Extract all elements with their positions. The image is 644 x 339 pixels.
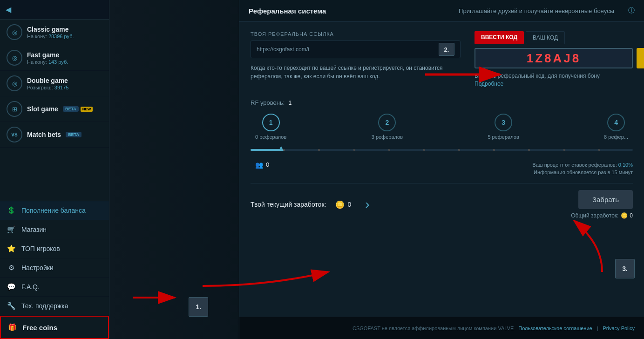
progress-indicator: ▲ — [277, 143, 285, 153]
modal-info-icon[interactable]: ⓘ — [628, 7, 635, 15]
total-earnings: Общий заработок: 🪙 0 — [571, 211, 633, 219]
slot-game-name: Slot game — [27, 105, 58, 113]
level-4-text: 8 рефер... — [604, 134, 628, 140]
slot-beta-badge: BETA — [63, 106, 79, 112]
support-icon: 🔧 — [7, 302, 16, 310]
tab-enter-code[interactable]: ВВЕСТИ КОД — [475, 31, 524, 44]
tab-your-code[interactable]: ВАШ КОД — [526, 31, 565, 44]
sidebar-nav: 💲 Пополнение баланса 🛒 Магазин ⭐ ТОП игр… — [0, 201, 109, 316]
code-input[interactable] — [475, 48, 633, 68]
classic-game-icon: ◎ — [7, 24, 22, 40]
footer-text: CSGOFAST не является аффилированным лицо… — [353, 325, 514, 331]
faq-label: F.A.Q. — [21, 283, 40, 291]
submit-code-button[interactable]: Ввести — [637, 48, 644, 68]
level-1: 1 0 рефералов — [255, 114, 286, 140]
top-icon: ⭐ — [7, 244, 16, 253]
levels-row: 1 0 рефералов 2 3 рефералов — [251, 114, 633, 140]
faq-icon: 💬 — [7, 283, 16, 291]
shop-icon: 🛒 — [7, 225, 16, 234]
classic-game-sub: На кону: 28396 руб. — [27, 34, 102, 39]
modal-panel: Реферальная система Приглашайте друзей и… — [239, 0, 644, 339]
top-label: ТОП игроков — [21, 245, 60, 252]
game-item-slot[interactable]: ⊞ Slot game BETA NEW — [0, 96, 109, 122]
percent-label: Ваш процент от ставок рефералов: — [532, 162, 618, 168]
ref-left: ТВОЯ РЕФЕРАЛЬНА ССЫЛКА https://csgofast.… — [251, 31, 461, 88]
footer: CSGOFAST не является аффилированным лицо… — [239, 317, 644, 339]
ref-desc: Когда кто-то переходит по вашей ссылке и… — [251, 64, 461, 81]
free-coins-item[interactable]: 🎁 Free coins — [0, 316, 109, 339]
game-list: ◎ Classic game На кону: 28396 руб. ◎ Fas… — [0, 20, 109, 201]
sidebar-item-deposit[interactable]: 💲 Пополнение баланса — [0, 201, 109, 220]
withdraw-button[interactable]: Забрать — [578, 190, 633, 209]
earnings-section: Твой текущий заработок: 🪙 0 › Забрать Об… — [251, 183, 633, 219]
game-item-double[interactable]: ◎ Double game Розыгрыш: 39175 — [0, 71, 109, 96]
double-game-name: Double game — [27, 77, 102, 84]
settings-icon: ⚙ — [7, 264, 16, 272]
code-hint-link[interactable]: Подробнее — [475, 81, 503, 87]
game-item-classic[interactable]: ◎ Classic game На кону: 28396 руб. — [0, 20, 109, 45]
progress-bar: ⬛ ⬛ ⬛ ⬛ ⬛ ⬛ ⬛ ⬛ ⬛ ⬛ — [251, 143, 633, 157]
step1-badge: 1. — [189, 297, 208, 317]
rf-level-label: RF уровень: — [251, 99, 285, 106]
coin-icon: 🪙 — [335, 200, 345, 209]
earnings-label: Твой текущий заработок: — [251, 201, 326, 208]
code-tabs: ВВЕСТИ КОД ВАШ КОД — [475, 31, 633, 44]
level-4-circle: 4 — [607, 114, 625, 131]
modal-header: Реферальная система Приглашайте друзей и… — [239, 0, 644, 22]
free-coins-icon: 🎁 — [7, 323, 17, 332]
percent-value: 0.10% — [618, 162, 633, 168]
level-2-circle: 2 — [378, 114, 396, 131]
modal-subtitle: Приглашайте друзей и получайте невероятн… — [459, 7, 614, 14]
sidebar-item-settings[interactable]: ⚙ Настройки — [0, 258, 109, 278]
earnings-val-row: 🪙 0 — [335, 200, 351, 209]
matchbets-name: Match bets — [27, 131, 61, 138]
game-item-matchbets[interactable]: VS Match bets BETA — [0, 122, 109, 148]
classic-game-name: Classic game — [27, 26, 102, 33]
matchbets-icon: VS — [7, 127, 22, 142]
footer-link-privacy[interactable]: Privacy Policy — [603, 325, 635, 331]
level-4: 4 8 рефер... — [604, 114, 628, 140]
sidebar-item-top[interactable]: ⭐ ТОП игроков — [0, 239, 109, 258]
earnings-amount: 0 — [347, 201, 351, 208]
ref-link-box: https://csgofast.com/i 2. — [251, 41, 461, 58]
users-icon: 👥 — [255, 161, 263, 169]
ref-right: ВВЕСТИ КОД ВАШ КОД Ввести Введите рефера… — [475, 31, 633, 88]
double-game-icon: ◎ — [7, 75, 22, 91]
content-area: 1. Реферальная система Приглашайте друзе… — [109, 0, 644, 339]
level-1-circle: 1 — [262, 114, 280, 131]
collapse-button[interactable]: ◀ — [6, 5, 11, 14]
slot-game-icon: ⊞ — [7, 101, 22, 117]
step3-badge: 3. — [615, 259, 635, 278]
rf-level-value: 1 — [288, 99, 291, 106]
progress-track: ⬛ ⬛ ⬛ ⬛ ⬛ ⬛ ⬛ ⬛ ⬛ ⬛ — [251, 149, 633, 151]
deposit-icon: 💲 — [7, 206, 16, 215]
double-game-sub: Розыгрыш: 39175 — [27, 85, 102, 90]
footer-link-terms[interactable]: Пользовательское соглашение — [518, 325, 592, 331]
free-coins-label: Free coins — [22, 324, 57, 332]
levels-section: 1 0 рефералов 2 3 рефералов — [251, 114, 633, 176]
code-hint: Введите реферальный код, для получения б… — [475, 72, 633, 88]
total-coin-icon: 🪙 — [621, 212, 628, 219]
percent-info: Ваш процент от ставок рефералов: 0.10% И… — [532, 161, 633, 176]
level-1-text: 0 рефералов — [255, 134, 286, 140]
total-value: 0 — [630, 212, 633, 219]
ref-link-text: https://csgofast.com/i — [257, 46, 435, 53]
count-percent-row: 👥 0 Ваш процент от ставок рефералов: 0.1… — [251, 161, 633, 176]
level-3-circle: 3 — [495, 114, 512, 131]
fast-game-name: Fast game — [27, 51, 102, 59]
level-2-text: 3 рефералов — [372, 134, 403, 140]
sidebar-item-shop[interactable]: 🛒 Магазин — [0, 220, 109, 239]
modal-title: Реферальная система — [249, 7, 326, 15]
fast-game-icon: ◎ — [7, 50, 22, 66]
sidebar-item-support[interactable]: 🔧 Тех. поддержка — [0, 297, 109, 316]
step2-badge: 2. — [439, 43, 454, 56]
sidebar-item-faq[interactable]: 💬 F.A.Q. — [0, 278, 109, 297]
ref-section: ТВОЯ РЕФЕРАЛЬНА ССЫЛКА https://csgofast.… — [251, 31, 633, 88]
referral-count-value: 0 — [266, 161, 269, 168]
game-item-fast[interactable]: ◎ Fast game На кону: 143 руб. — [0, 45, 109, 71]
slot-new-badge: NEW — [81, 107, 93, 112]
withdraw-section: Забрать Общий заработок: 🪙 0 — [571, 190, 633, 219]
level-3-text: 5 рефералов — [488, 134, 519, 140]
shop-label: Магазин — [21, 226, 47, 233]
sidebar: ◀ ◎ Classic game На кону: 28396 руб. ◎ F… — [0, 0, 109, 339]
